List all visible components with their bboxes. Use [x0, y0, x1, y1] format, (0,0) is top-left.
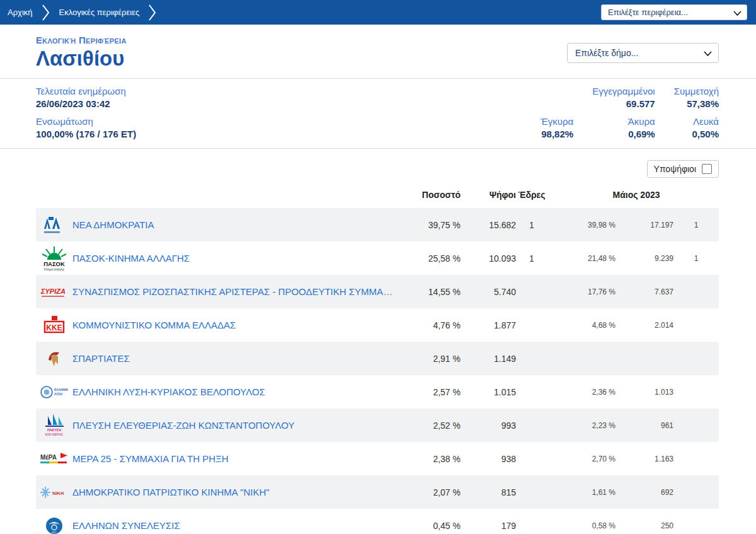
- turnout-label: Συμμετοχή: [674, 86, 719, 96]
- header-seats: Έδρες: [516, 190, 547, 200]
- party-may-seats: 1: [673, 254, 719, 263]
- party-seats: 1: [516, 220, 547, 230]
- summary-stats: Τελευταία ενημέρωση 26/06/2023 03:42 Ενσ…: [0, 79, 756, 149]
- result-row: ΣΥΡΙΖΑ ΣΥΝΑΣΠΙΣΜΟΣ ΡΙΖΟΣΠΑΣΤΙΚΗΣ ΑΡΙΣΤΕΡ…: [36, 275, 719, 308]
- blank-value: 0,50%: [674, 129, 719, 139]
- ellinon-synelefsis-party-logo-icon: ΕΣΥ: [45, 516, 64, 534]
- candidates-toggle-button[interactable]: Υποψήφιοι: [647, 160, 719, 178]
- result-row: ΠΑΣΟΚ Κίνημα αλλαγής ΠΑΣΟΚ-ΚΙΝΗΜΑ ΑΛΛΑΓΗ…: [36, 241, 719, 275]
- result-row: ΠΛΕΥΣΗ ΕΛΕΥΘΕΡΙΑΣ ΠΛΕΥΣΗ ΕΛΕΥΘΕΡΙΑΣ-ΖΩΗ …: [36, 409, 719, 442]
- svg-text:ΕΣΥ: ΕΣΥ: [52, 531, 57, 534]
- turnout-value: 57,38%: [674, 98, 719, 109]
- svg-text:ΕΛΕΥΘΕΡΙΑΣ: ΕΛΕΥΘΕΡΙΑΣ: [45, 433, 64, 436]
- header-percent: Ποσοστό: [398, 190, 461, 200]
- result-row: ΕΣΥ ΕΛΛΗΝΩΝ ΣΥΝΕΛΕΥΣΙΣ 0,45 % 179 0,58 %…: [36, 509, 719, 534]
- party-may-percent: 21,48 %: [547, 254, 616, 263]
- party-votes: 5.740: [461, 287, 516, 297]
- chevron-down-icon: [733, 7, 742, 18]
- result-row: ΕΛΛΗΝΙΚΗ ΛΥΣΗ ΕΛΛΗΝΙΚΗ ΛΥΣΗ-ΚΥΡΙΑΚΟΣ ΒΕΛ…: [36, 375, 719, 409]
- party-may-percent: 4,68 %: [547, 321, 616, 330]
- invalid-value: 0,69%: [592, 129, 655, 139]
- party-votes: 15.682: [461, 220, 516, 230]
- party-percent: 2,52 %: [398, 421, 461, 431]
- svg-text:ΛΥΣΗ: ΛΥΣΗ: [54, 392, 62, 396]
- mera25-party-logo-icon: ΜέΡΑ: [40, 451, 69, 467]
- result-row: ΝΕΑ ΔΗΜΟΚΡΑΤΙΑ 39,75 % 15.682 1 39,98 % …: [36, 208, 719, 241]
- svg-text:ΣΥΡΙΖΑ: ΣΥΡΙΖΑ: [40, 287, 66, 295]
- party-votes: 179: [461, 521, 516, 531]
- party-name-link[interactable]: ΚΟΜΜΟΥΝΙΣΤΙΚΟ ΚΟΜΜΑ ΕΛΛΑΔΑΣ: [72, 320, 398, 330]
- candidates-checkbox[interactable]: [702, 164, 712, 174]
- municipality-select[interactable]: Επιλέξτε δήμο...: [567, 43, 719, 63]
- party-may-votes: 1.163: [616, 455, 673, 463]
- party-percent: 14,55 %: [398, 287, 461, 297]
- region-select-placeholder: Επιλέξτε περιφέρεια...: [608, 8, 733, 17]
- party-name-link[interactable]: ΕΛΛΗΝΙΚΗ ΛΥΣΗ-ΚΥΡΙΑΚΟΣ ΒΕΛΟΠΟΥΛΟΣ: [72, 386, 398, 397]
- chevron-right-icon: [42, 4, 50, 21]
- party-votes: 938: [461, 454, 516, 464]
- svg-text:ΕΛΛΗΝΙΚΗ: ΕΛΛΗΝΙΚΗ: [54, 388, 68, 392]
- chevron-down-icon: [704, 47, 712, 59]
- party-votes: 993: [461, 421, 516, 431]
- valid-label: Έγκυρα: [536, 116, 573, 127]
- result-row: ΜέΡΑ ΜΕΡΑ 25 - ΣΥΜΜΑΧΙΑ ΓΙΑ ΤΗ ΡΗΞΗ 2,38…: [36, 442, 719, 475]
- chevron-right-icon: [149, 4, 156, 21]
- results-table: Ποσοστό Ψήφοι Έδρες Μάιος 2023 ΝΕΑ ΔΗΜΟΚ…: [0, 182, 756, 534]
- party-votes: 1.877: [461, 320, 516, 330]
- region-select[interactable]: Επιλέξτε περιφέρεια...: [601, 4, 747, 20]
- party-may-votes: 250: [616, 521, 673, 530]
- party-percent: 0,45 %: [398, 521, 461, 531]
- integration-label: Ενσωμάτωση: [36, 116, 136, 127]
- party-may-votes: 692: [616, 488, 673, 497]
- party-seats: 1: [516, 253, 547, 264]
- party-name-link[interactable]: ΠΑΣΟΚ-ΚΙΝΗΜΑ ΑΛΛΑΓΗΣ: [72, 253, 398, 264]
- blank-label: Λευκά: [674, 116, 719, 127]
- party-may-percent: 2,36 %: [547, 388, 616, 397]
- pasok-party-logo-icon: ΠΑΣΟΚ Κίνημα αλλαγής: [41, 245, 67, 272]
- plefsi-party-logo-icon: ΠΛΕΥΣΗ ΕΛΕΥΘΕΡΙΑΣ: [42, 412, 66, 439]
- update-stats: Τελευταία ενημέρωση 26/06/2023 03:42 Ενσ…: [36, 86, 136, 139]
- top-navigation-bar: Αρχική Εκλογικές περιφέρειες Επιλέξτε πε…: [0, 0, 756, 25]
- party-votes: 1.149: [461, 354, 516, 364]
- party-may-votes: 7.637: [616, 287, 673, 296]
- party-may-percent: 17,76 %: [547, 287, 616, 296]
- svg-text:ΚΚΕ: ΚΚΕ: [46, 323, 62, 332]
- elliniki-lysi-party-logo-icon: ΕΛΛΗΝΙΚΗ ΛΥΣΗ: [40, 384, 68, 400]
- registered-label: Εγγεγραμμένοι: [592, 86, 655, 96]
- party-percent: 25,58 %: [398, 253, 461, 264]
- party-name-link[interactable]: ΔΗΜΟΚΡΑΤΙΚΟ ΠΑΤΡΙΩΤΙΚΟ ΚΙΝΗΜΑ "ΝΙΚΗ": [72, 487, 398, 497]
- niki-party-logo-icon: ΝΙΚΗ: [39, 485, 69, 499]
- party-may-votes: 17.197: [616, 221, 673, 229]
- party-name-link[interactable]: ΝΕΑ ΔΗΜΟΚΡΑΤΙΑ: [72, 219, 398, 230]
- last-update-label: Τελευταία ενημέρωση: [36, 86, 136, 96]
- breadcrumb-item-home[interactable]: Αρχική: [8, 8, 33, 17]
- party-name-link[interactable]: ΜΕΡΑ 25 - ΣΥΜΜΑΧΙΑ ΓΙΑ ΤΗ ΡΗΞΗ: [72, 453, 398, 464]
- results-rows: ΝΕΑ ΔΗΜΟΚΡΑΤΙΑ 39,75 % 15.682 1 39,98 % …: [36, 208, 719, 534]
- vote-stats: Εγγεγραμμένοι 69.577 Συμμετοχή 57,38% Έγ…: [536, 86, 719, 139]
- result-row: ΚΚΕ ΚΟΜΜΟΥΝΙΣΤΙΚΟ ΚΟΜΜΑ ΕΛΛΑΔΑΣ 4,76 % 1…: [36, 308, 719, 342]
- kke-party-logo-icon: ΚΚΕ: [43, 315, 65, 335]
- party-may-votes: 9.239: [616, 254, 673, 263]
- syriza-party-logo-icon: ΣΥΡΙΖΑ: [40, 285, 69, 299]
- result-row: ΣΠΑΡΤΙΑΤΕΣ 2,91 % 1.149: [36, 342, 719, 375]
- results-table-header: Ποσοστό Ψήφοι Έδρες Μάιος 2023: [36, 182, 719, 208]
- municipality-select-placeholder: Επιλέξτε δήμο...: [575, 48, 704, 58]
- party-may-votes: 1.013: [616, 388, 673, 397]
- party-may-votes: 2.014: [616, 321, 673, 330]
- party-name-link[interactable]: ΕΛΛΗΝΩΝ ΣΥΝΕΛΕΥΣΙΣ: [72, 520, 398, 531]
- svg-text:Κίνημα αλλαγής: Κίνημα αλλαγής: [44, 267, 65, 271]
- breadcrumb-item-electoral-districts[interactable]: Εκλογικές περιφέρειες: [59, 8, 140, 17]
- party-percent: 2,57 %: [398, 387, 461, 397]
- svg-text:ΠΛΕΥΣΗ: ΠΛΕΥΣΗ: [47, 428, 61, 432]
- party-name-link[interactable]: ΠΛΕΥΣΗ ΕΛΕΥΘΕΡΙΑΣ-ΖΩΗ ΚΩΝΣΤΑΝΤΟΠΟΥΛΟΥ: [72, 420, 398, 431]
- integration-value: 100,00% (176 / 176 ΕΤ): [36, 129, 136, 139]
- party-name-link[interactable]: ΣΠΑΡΤΙΑΤΕΣ: [72, 353, 398, 364]
- party-may-percent: 2,23 %: [547, 421, 616, 430]
- valid-value: 98,82%: [536, 129, 573, 139]
- party-percent: 2,07 %: [398, 487, 461, 497]
- district-header: Εκλογική Περιφέρεια Λασιθίου Επιλέξτε δή…: [0, 25, 756, 79]
- header-may-2023: Μάιος 2023: [547, 190, 719, 200]
- party-percent: 4,76 %: [398, 320, 461, 330]
- party-name-link[interactable]: ΣΥΝΑΣΠΙΣΜΟΣ ΡΙΖΟΣΠΑΣΤΙΚΗΣ ΑΡΙΣΤΕΡΑΣ - ΠΡ…: [72, 286, 398, 297]
- party-percent: 39,75 %: [398, 220, 461, 230]
